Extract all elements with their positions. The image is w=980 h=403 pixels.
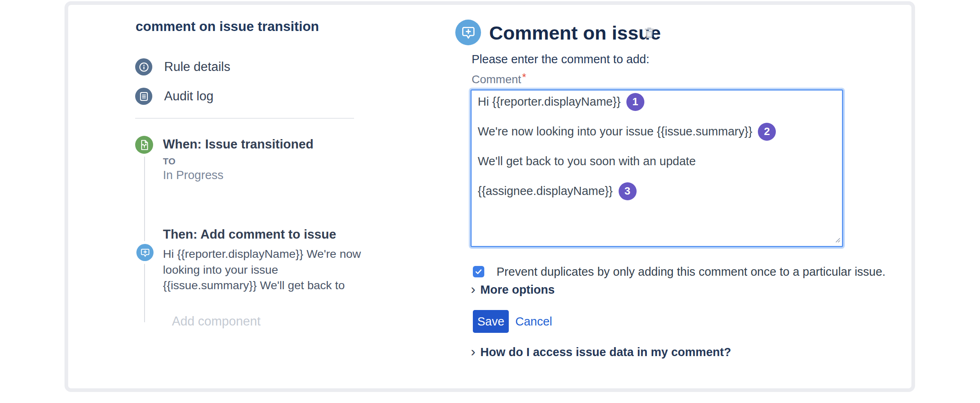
comment-textarea-content: Hi {{reporter.displayName}} 1 We're now …: [478, 94, 836, 199]
help-disclosure-link[interactable]: › How do I access issue data in my comme…: [471, 345, 731, 359]
rule-chain-connector: [144, 145, 145, 322]
prevent-duplicates-label: Prevent duplicates by only adding this c…: [497, 264, 886, 279]
comment-textarea[interactable]: Hi {{reporter.displayName}} 1 We're now …: [470, 89, 843, 247]
rule-name-title: comment on issue transition: [136, 19, 319, 34]
chevron-right-icon: ›: [471, 283, 475, 295]
comment-line-text: We'll get back to you soon with an updat…: [478, 155, 696, 168]
more-options-label: More options: [480, 283, 555, 297]
sidebar-item-label: Audit log: [164, 89, 214, 104]
smart-value-badge: 3: [619, 182, 637, 200]
required-marker: *: [522, 71, 526, 83]
comment-line: Hi {{reporter.displayName}} 1: [478, 94, 836, 109]
trigger-to-value: In Progress: [163, 167, 375, 183]
comment-line: We'll get back to you soon with an updat…: [478, 154, 836, 169]
help-link-label: How do I access issue data in my comment…: [480, 345, 731, 359]
trigger-to-label: TO: [163, 156, 375, 167]
resize-handle[interactable]: [833, 235, 841, 245]
action-block-add-comment[interactable]: Then: Add comment to issue Hi {{reporter…: [163, 226, 371, 293]
trigger-title: When: Issue transitioned: [163, 136, 375, 153]
audit-log-icon: [135, 88, 152, 105]
comment-line: We're now looking into your issue {{issu…: [478, 124, 836, 139]
add-component-label: Add component: [172, 314, 261, 329]
sidebar-item-label: Rule details: [164, 60, 230, 74]
action-preview-text: Hi {{reporter.displayName}} We're now lo…: [163, 246, 365, 293]
sidebar-item-audit-log[interactable]: Audit log: [135, 87, 214, 105]
cancel-button[interactable]: Cancel: [515, 310, 552, 333]
prevent-duplicates-checkbox[interactable]: [473, 266, 484, 277]
info-icon: [135, 58, 152, 75]
more-options-toggle[interactable]: › More options: [471, 283, 555, 297]
comment-add-icon: [455, 20, 481, 45]
comment-line-text: Hi {{reporter.displayName}}: [478, 95, 621, 108]
comment-line-text: We're now looking into your issue {{issu…: [478, 125, 752, 138]
trash-icon[interactable]: [642, 26, 656, 40]
smart-value-badge: 1: [626, 93, 644, 111]
comment-add-icon: [136, 244, 154, 261]
instruction-text: Please enter the comment to add:: [472, 52, 649, 66]
add-component-button[interactable]: Add component: [135, 312, 261, 330]
smart-value-badge: 2: [758, 123, 776, 141]
comment-line: {{assignee.displayName}} 3: [478, 184, 836, 199]
trigger-block-issue-transitioned[interactable]: When: Issue transitioned TO In Progress: [163, 136, 375, 183]
issue-transition-icon: [135, 136, 153, 154]
action-title: Then: Add comment to issue: [163, 226, 371, 243]
sidebar-item-rule-details[interactable]: Rule details: [135, 58, 230, 76]
page-title: Comment on issue: [489, 21, 661, 45]
comment-field-label: Comment*: [472, 71, 526, 86]
chevron-right-icon: ›: [471, 345, 475, 357]
save-button[interactable]: Save: [473, 310, 509, 333]
comment-line-text: {{assignee.displayName}}: [478, 184, 613, 198]
sidebar-divider: [135, 118, 354, 119]
prevent-duplicates-row[interactable]: Prevent duplicates by only adding this c…: [473, 264, 886, 279]
